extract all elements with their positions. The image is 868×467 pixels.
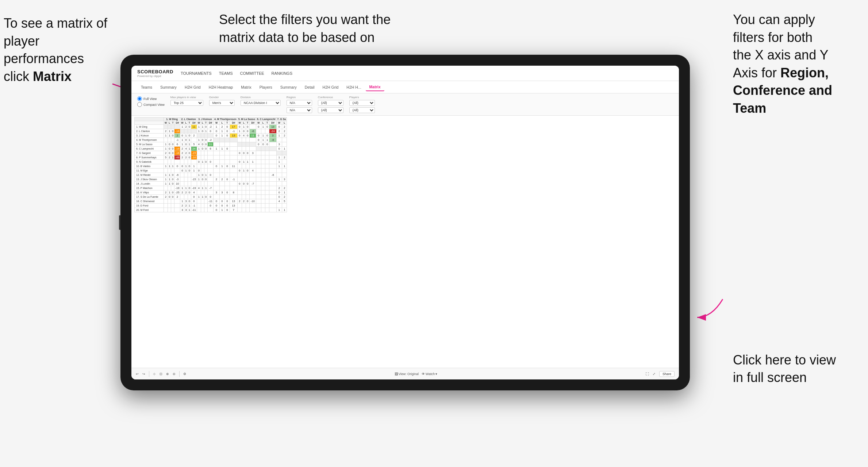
filter-division: Division NCAA Division I (241, 96, 281, 106)
nav-tournaments[interactable]: TOURNAMENTS (181, 70, 212, 76)
matrix-cell (261, 208, 265, 212)
toolbar-redo[interactable]: ↪ (142, 372, 145, 376)
sh-4-t: T (224, 121, 230, 125)
player-name-cell: 5. M La Sasso (135, 142, 164, 147)
ann-br-l2: in full screen (733, 370, 807, 385)
matrix-cell (201, 169, 204, 173)
matrix-cell (256, 173, 261, 177)
compact-view-radio[interactable]: Compact View (137, 102, 165, 107)
sh-1-dif: Dif (174, 121, 180, 125)
nav-committee[interactable]: COMMITTEE (240, 70, 264, 76)
matrix-cell (219, 186, 224, 190)
matrix-cell: 0 (224, 147, 230, 151)
toolbar-zoom-out[interactable]: ⊖ (173, 372, 176, 376)
matrix-cell: 13 (230, 199, 237, 204)
filter-region-label: Region (287, 96, 312, 99)
max-players-select[interactable]: Top 25 (170, 100, 203, 106)
sh-5-t: T (246, 121, 249, 125)
matrix-cell: 0 (204, 177, 207, 182)
toolbar-view-original[interactable]: 🖼 View: Original (395, 372, 419, 376)
matrix-cell (204, 208, 207, 212)
matrix-cell: 3 (269, 134, 276, 138)
matrix-cell: 0 (237, 125, 242, 129)
matrix-cell: 0 (213, 204, 219, 208)
compact-view-input[interactable] (137, 102, 142, 107)
matrix-cell (224, 182, 230, 186)
tab-summary[interactable]: Summary (157, 84, 180, 91)
toolbar-fullscreen[interactable]: ⤢ (653, 372, 656, 376)
toolbar-fit[interactable]: ⊡ (160, 372, 162, 376)
matrix-cell (265, 155, 269, 160)
matrix-cell (242, 208, 246, 212)
toolbar-cursor[interactable]: ⊹ (153, 372, 156, 376)
region-select-x[interactable]: N/A (287, 100, 312, 106)
tab-h2h-heatmap[interactable]: H2H Heatmap (205, 84, 237, 91)
table-row: 11. M Ege010100104 (135, 169, 287, 173)
matrix-cell: 0 (201, 138, 204, 142)
toolbar-undo[interactable]: ↩ (136, 372, 139, 376)
matrix-cell: 0 (219, 204, 224, 208)
matrix-cell: 0 (208, 173, 214, 177)
matrix-cell (219, 169, 224, 173)
toolbar-screen[interactable]: ⛶ (646, 372, 649, 376)
matrix-cell (224, 138, 230, 142)
conference-select-x[interactable]: (All) (318, 100, 343, 106)
matrix-cell (282, 182, 287, 186)
player-name-cell: 9. N Gabelcik (135, 160, 164, 164)
matrix-cell: 1 (282, 164, 287, 169)
sep2 (179, 371, 180, 377)
gender-select[interactable]: Men's (209, 100, 235, 106)
toolbar-settings[interactable]: ⚙ (183, 372, 186, 376)
full-view-radio[interactable]: Full View (137, 96, 165, 101)
matrix-cell (250, 155, 256, 160)
tab-players[interactable]: Players (256, 84, 276, 91)
tab-matrix-players[interactable]: Matrix (237, 84, 255, 91)
players-select-y[interactable]: (All) (349, 107, 375, 113)
full-view-input[interactable] (137, 96, 142, 101)
matrix-cell: 0 (168, 147, 171, 151)
matrix-cell: 1 (191, 169, 197, 173)
players-select-x[interactable]: (All) (349, 100, 375, 106)
matrix-cell (191, 160, 197, 164)
tab-players-h2h-h[interactable]: H2H H... (343, 84, 365, 91)
matrix-cell (242, 177, 246, 182)
division-select[interactable]: NCAA Division I (241, 100, 281, 106)
matrix-cell (261, 129, 265, 134)
matrix-cell: -24 (269, 129, 276, 134)
share-button[interactable]: Share (659, 371, 675, 377)
nav-rankings[interactable]: RANKINGS (272, 70, 292, 76)
region-select-y[interactable]: N/A (287, 107, 312, 113)
matrix-cell: 1 (164, 173, 168, 177)
main-nav-bar: SCOREBOARD Powered by clippd TOURNAMENTS… (131, 66, 679, 81)
matrix-cell: 1 (276, 160, 282, 164)
matrix-cell (282, 204, 287, 208)
matrix-cell (250, 204, 256, 208)
table-row: 17. S De La Fuente20020110002 (135, 195, 287, 199)
matrix-cell: 1 (184, 186, 188, 190)
matrix-cell (242, 195, 246, 199)
tab-players-detail[interactable]: Detail (301, 84, 318, 91)
matrix-cell: 2 (213, 177, 219, 182)
tab-h2h-grid[interactable]: H2H Grid (181, 84, 204, 91)
matrix-cell: 1 (213, 125, 219, 129)
matrix-cell: 13 (269, 125, 276, 129)
tab-teams[interactable]: Teams (137, 84, 156, 91)
matrix-cell (164, 199, 168, 204)
matrix-cell: 2 (219, 125, 224, 129)
conference-select-y[interactable]: (All) (318, 107, 343, 113)
ann-center-text: Select the filters you want the matrix d… (219, 12, 391, 45)
nav-teams[interactable]: TEAMS (219, 70, 233, 76)
matrix-cell: 6 (208, 147, 214, 151)
matrix-cell: 0 (204, 160, 207, 164)
tab-matrix-active[interactable]: Matrix (366, 83, 384, 91)
toolbar-zoom-in[interactable]: ⊕ (166, 372, 169, 376)
toolbar-watch[interactable]: 👁 Watch ▾ (422, 372, 437, 376)
matrix-cell (256, 182, 261, 186)
matrix-cell (208, 177, 214, 182)
ann-right-l4: Axis for (733, 65, 780, 80)
matrix-cell (250, 177, 256, 182)
matrix-cell: 7 (230, 208, 237, 212)
tab-players-h2h-grid[interactable]: H2H Grid (319, 84, 342, 91)
matrix-cell: 2 (174, 134, 180, 138)
tab-players-summary[interactable]: Summary (277, 84, 300, 91)
